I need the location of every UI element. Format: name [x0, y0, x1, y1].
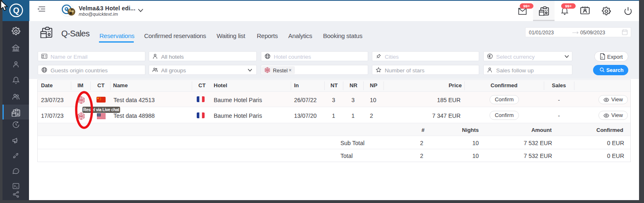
svg-text:x: x	[601, 56, 603, 59]
svg-text:Q: Q	[13, 6, 19, 15]
